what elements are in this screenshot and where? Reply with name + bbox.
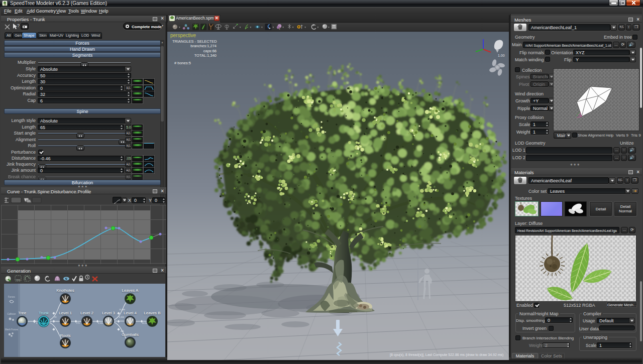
svg-text:28: 28 <box>54 316 57 318</box>
svg-text:Forces: Forces <box>8 296 16 298</box>
svg-text:Level 4: Level 4 <box>124 311 137 315</box>
svg-text:Tree: Tree <box>18 311 27 315</box>
svg-text:Roots: Roots <box>60 333 71 338</box>
svg-text:Knotholes: Knotholes <box>56 288 74 293</box>
svg-text:Level 3: Level 3 <box>102 311 115 315</box>
svg-text:275: 275 <box>76 322 80 324</box>
svg-text:▾: ▾ <box>272 26 274 29</box>
svg-text:▾: ▾ <box>317 26 319 29</box>
svg-text:Leaves B: Leaves B <box>144 311 160 315</box>
svg-text:▾: ▾ <box>304 26 306 29</box>
svg-text:tree: tree <box>16 278 21 281</box>
svg-text:1.00: 1.00 <box>498 54 505 57</box>
svg-text:?: ? <box>17 23 20 28</box>
svg-text:Collision: Collision <box>7 313 16 315</box>
svg-text:▾: ▾ <box>261 26 263 29</box>
svg-text:6,366: 6,366 <box>119 316 125 318</box>
svg-text:▾: ▾ <box>179 26 180 29</box>
svg-text:▾: ▾ <box>292 26 294 29</box>
svg-text:Mesh Forces: Mesh Forces <box>5 328 19 331</box>
svg-text:▾: ▾ <box>250 26 251 29</box>
svg-text:Level 2: Level 2 <box>80 311 93 315</box>
svg-text:Trunk: Trunk <box>39 311 49 315</box>
svg-text:6: 6 <box>36 322 38 324</box>
svg-text:Leaves A: Leaves A <box>122 288 139 293</box>
svg-text:▾: ▾ <box>240 26 241 29</box>
svg-text:▾: ▾ <box>282 26 284 29</box>
svg-text:3,184: 3,184 <box>98 322 103 324</box>
svg-text:▾: ▾ <box>328 26 330 29</box>
svg-text:Gumballs: Gumballs <box>122 332 139 337</box>
svg-text:Level 1: Level 1 <box>59 311 72 315</box>
